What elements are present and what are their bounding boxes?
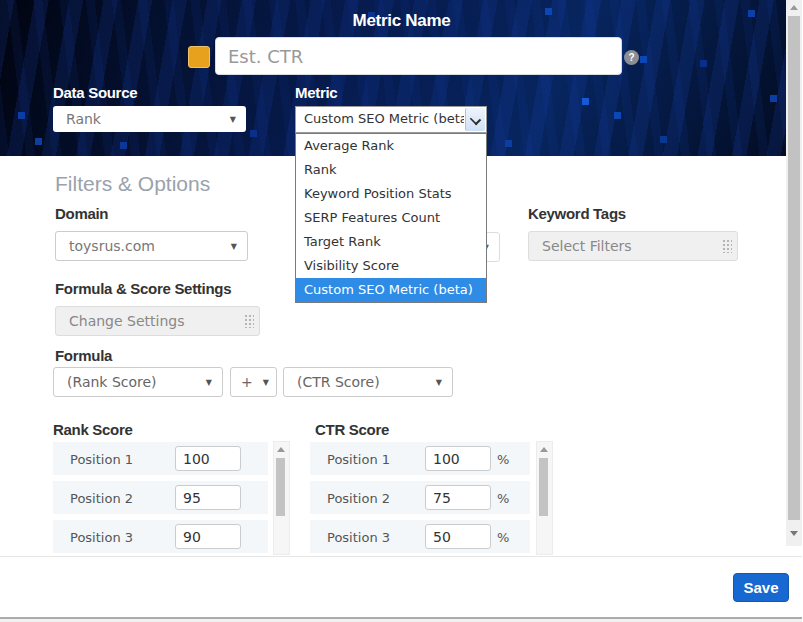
data-source-select[interactable]: Rank ▼	[53, 106, 246, 132]
table-row: Position 2 %	[310, 481, 530, 514]
position-label: Position 1	[70, 451, 133, 466]
formula-operand2-value: (CTR Score)	[297, 374, 380, 390]
scrollbar-thumb[interactable]	[539, 458, 548, 516]
chevron-down-icon: ▼	[263, 378, 269, 387]
domain-value: toysrus.com	[69, 238, 155, 254]
dropdown-option[interactable]: Average Rank	[296, 134, 486, 158]
rank-score-table: Position 1 Position 2 Position 3	[53, 440, 268, 553]
select-dropdown-button[interactable]	[465, 108, 485, 131]
rank-score-input[interactable]	[175, 524, 241, 549]
modal-title: Metric Name	[0, 11, 803, 31]
ctr-score-input[interactable]	[425, 524, 491, 549]
grip-icon	[722, 239, 732, 253]
header-pixel-decoration	[0, 0, 7, 7]
rank-score-scrollbar[interactable]	[273, 441, 290, 555]
position-label: Position 2	[70, 490, 133, 505]
keyword-tags-button[interactable]: Select Filters	[528, 231, 738, 261]
rank-score-input[interactable]	[175, 446, 241, 471]
formula-operand1-select[interactable]: (Rank Score) ▼	[53, 367, 223, 397]
dropdown-option[interactable]: Rank	[296, 158, 486, 182]
metric-color-swatch[interactable]	[188, 46, 210, 68]
main-scrollbar[interactable]	[786, 0, 802, 546]
scroll-up-icon[interactable]	[277, 447, 285, 452]
chevron-down-icon: ▼	[206, 378, 212, 387]
percent-unit: %	[497, 529, 509, 544]
rank-score-input[interactable]	[175, 485, 241, 510]
rank-score-label: Rank Score	[53, 421, 133, 438]
formula-operand1-value: (Rank Score)	[67, 374, 157, 390]
keyword-tags-value: Select Filters	[542, 238, 632, 254]
table-row: Position 3	[53, 520, 268, 553]
data-source-label: Data Source	[53, 84, 137, 101]
modal-bottom-edge	[0, 617, 803, 622]
domain-label: Domain	[55, 205, 108, 222]
modal-footer: Save	[0, 556, 803, 618]
ctr-score-table: Position 1 % Position 2 % Position 3 %	[310, 440, 530, 553]
position-label: Position 3	[70, 529, 133, 544]
formula-operand2-select[interactable]: (CTR Score) ▼	[283, 367, 453, 397]
ctr-score-input[interactable]	[425, 485, 491, 510]
scroll-up-icon[interactable]	[790, 5, 798, 10]
custom-metric-modal: Metric Name ? Data Source Rank ▼ Metric …	[0, 0, 803, 622]
dropdown-option[interactable]: Visibility Score	[296, 254, 486, 278]
chevron-down-icon	[470, 114, 481, 125]
position-label: Position 1	[327, 451, 390, 466]
domain-select[interactable]: toysrus.com ▼	[55, 231, 248, 261]
metric-select[interactable]: Custom SEO Metric (beta	[295, 106, 487, 133]
change-settings-value: Change Settings	[69, 313, 184, 329]
change-settings-button[interactable]: Change Settings	[55, 306, 260, 336]
formula-operator-value: +	[241, 374, 253, 390]
metric-select-value: Custom SEO Metric (beta	[304, 111, 464, 126]
percent-unit: %	[497, 451, 509, 466]
help-icon[interactable]: ?	[624, 50, 639, 65]
table-row: Position 3 %	[310, 520, 530, 553]
position-label: Position 3	[327, 529, 390, 544]
percent-unit: %	[497, 490, 509, 505]
table-row: Position 1 %	[310, 442, 530, 475]
table-row: Position 2	[53, 481, 268, 514]
keyword-tags-label: Keyword Tags	[528, 205, 626, 222]
dropdown-option-selected[interactable]: Custom SEO Metric (beta)	[296, 278, 486, 302]
dropdown-option[interactable]: Target Rank	[296, 230, 486, 254]
formula-score-settings-label: Formula & Score Settings	[55, 280, 231, 297]
table-row: Position 1	[53, 442, 268, 475]
scroll-up-icon[interactable]	[540, 447, 548, 452]
save-button[interactable]: Save	[733, 573, 789, 602]
formula-label: Formula	[55, 347, 112, 364]
dropdown-option[interactable]: Keyword Position Stats	[296, 182, 486, 206]
ctr-score-input[interactable]	[425, 446, 491, 471]
chevron-down-icon: ▼	[436, 378, 442, 387]
data-source-value: Rank	[66, 111, 101, 127]
filters-options-heading: Filters & Options	[55, 172, 210, 196]
ctr-score-label: CTR Score	[315, 421, 389, 438]
metric-dropdown-list: Average Rank Rank Keyword Position Stats…	[295, 133, 487, 303]
scroll-down-icon[interactable]	[790, 531, 798, 536]
grip-icon	[244, 314, 254, 328]
position-label: Position 2	[327, 490, 390, 505]
ctr-score-scrollbar[interactable]	[536, 441, 553, 555]
metric-label: Metric	[295, 84, 337, 101]
scrollbar-thumb[interactable]	[788, 16, 800, 520]
dropdown-option[interactable]: SERP Features Count	[296, 206, 486, 230]
chevron-down-icon: ▼	[231, 242, 237, 251]
scrollbar-thumb[interactable]	[276, 458, 285, 516]
formula-operator-select[interactable]: + ▼	[230, 367, 277, 397]
chevron-down-icon: ▼	[230, 115, 236, 124]
metric-name-input[interactable]	[215, 37, 622, 75]
